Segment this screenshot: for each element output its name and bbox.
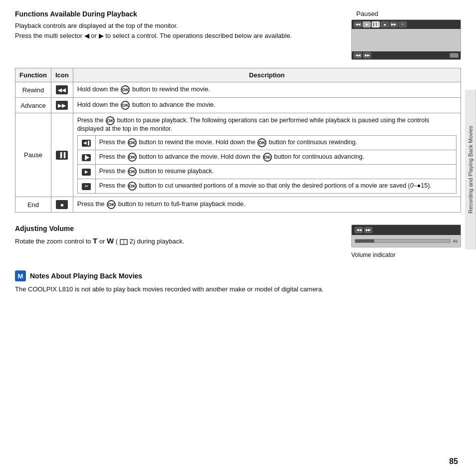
ok-icon-rewind: OK — [121, 85, 130, 94]
section-description: Playback controls are displayed at the t… — [15, 21, 292, 40]
vol-time: 4s — [453, 238, 458, 243]
ok-sub-rewind2: OK — [257, 138, 266, 147]
icon-rewind: ◀◀ — [51, 82, 73, 98]
ctrl-end: ■ — [381, 21, 389, 27]
sub-row-scissors: ✂ Press the OK button to cut unwanted po… — [77, 179, 456, 194]
table-row-advance: Advance ▶▶ Hold down the OK button to ad… — [15, 98, 461, 113]
vol-bar-track — [355, 239, 451, 243]
table-row-rewind: Rewind ◀◀ Hold down the OK button to rew… — [15, 82, 461, 98]
volume-right: ◀◀ ▶▶ 4s Volume indicator — [351, 225, 461, 258]
icon-advance: ▶▶ — [51, 98, 73, 113]
desc-rewind: Hold down the OK button to rewind the mo… — [73, 82, 461, 98]
camera-toolbar: ◀◀ ▶ ▐▐ ■ ▶▶ ✂ — [352, 20, 461, 29]
ok-sub-play: OK — [128, 167, 137, 176]
vol-bar-area: 4s — [352, 235, 461, 247]
vol-toolbar: ◀◀ ▶▶ — [352, 225, 461, 235]
ok-sub-rewind: OK — [128, 138, 137, 147]
volume-section: Adjusting Volume Rotate the zoom control… — [15, 225, 461, 258]
desc-pause: Press the OK button to pause playback. T… — [73, 113, 461, 197]
pause-icon-box: ▐▐ — [56, 151, 68, 160]
col-header-description: Description — [73, 68, 461, 82]
col-header-function: Function — [15, 68, 51, 82]
sub-rewind-icon: ◀▐ — [82, 140, 91, 147]
pause-top-desc: Press the OK button to pause playback. T… — [77, 116, 457, 132]
desc-line1: Playback controls are displayed at the t… — [15, 22, 178, 29]
battery-icon — [450, 53, 459, 58]
ok-sub-advance2: OK — [263, 153, 272, 162]
icon-end: ■ — [51, 197, 73, 213]
func-pause: Pause — [15, 113, 51, 197]
sub-row-play: ▶ Press the OK button to resume playback… — [77, 165, 456, 179]
book-icon — [120, 239, 128, 245]
desc-end: Press the OK button to return to full-fr… — [73, 197, 461, 213]
ctrl-rewind: ◀◀ — [354, 21, 362, 27]
sub-desc-play: Press the OK button to resume playback. — [95, 165, 456, 179]
sub-icon-rewind: ◀▐ — [77, 136, 95, 150]
notes-title: Notes About Playing Back Movies — [30, 272, 142, 280]
intro-text: Functions Available During Playback Play… — [15, 10, 292, 40]
desc-line2: Press the multi selector or to select a … — [15, 32, 292, 39]
notes-header: M Notes About Playing Back Movies — [15, 270, 461, 281]
ok-sub-scissors: OK — [128, 182, 137, 191]
table-row-pause: Pause ▐▐ Press the OK button to pause pl… — [15, 113, 461, 197]
T-label: T — [93, 237, 97, 245]
volume-description: Rotate the zoom control to T or W ( 2) d… — [15, 236, 184, 247]
pause-sub-table: ◀▐ Press the OK button to rewind the mov… — [77, 135, 457, 194]
section-title: Functions Available During Playback — [15, 10, 292, 18]
notes-section: M Notes About Playing Back Movies The CO… — [15, 270, 461, 294]
camera-body — [352, 29, 461, 51]
table-row-end: End ■ Press the OK button to return to f… — [15, 197, 461, 213]
func-advance: Advance — [15, 98, 51, 113]
sub-desc-advance: Press the OK button to advance the movie… — [95, 150, 456, 165]
volume-left: Adjusting Volume Rotate the zoom control… — [15, 225, 184, 247]
W-label: W — [107, 237, 114, 245]
sub-advance-icon: ▐▶ — [82, 154, 91, 161]
ok-icon-pause-top: OK — [106, 116, 115, 125]
ctrl-pause: ▐▐ — [372, 21, 380, 27]
ctrl-play: ▶ — [363, 21, 371, 27]
volume-preview: ◀◀ ▶▶ 4s — [351, 225, 461, 247]
ok-icon-advance: OK — [121, 101, 130, 110]
camera-toolbar2: ◀◀ ▶▶ — [352, 51, 461, 59]
icon-pause: ▐▐ — [51, 113, 73, 197]
desc-advance: Hold down the OK button to advance the m… — [73, 98, 461, 113]
ok-sub-advance: OK — [128, 153, 137, 162]
sub-scissors-icon: ✂ — [82, 183, 91, 190]
volume-indicator-label: Volume indicator — [351, 251, 396, 258]
table-header-row: Function Icon Description — [15, 68, 461, 82]
vol-ctrl2: ▶▶ — [364, 227, 372, 233]
func-rewind: Rewind — [15, 82, 51, 98]
notes-description: The COOLPIX L810 is not able to play bac… — [15, 284, 424, 294]
sub-play-icon: ▶ — [82, 169, 91, 176]
top-section: Functions Available During Playback Play… — [15, 10, 461, 60]
ctrl-advance: ▶▶ — [390, 21, 398, 27]
sub-desc-scissors: Press the OK button to cut unwanted port… — [95, 179, 456, 194]
volume-title: Adjusting Volume — [15, 225, 184, 233]
sub-desc-rewind: Press the OK button to rewind the movie.… — [95, 136, 456, 150]
sub-icon-play: ▶ — [77, 165, 95, 179]
sidebar-text: Recording and Playing Back Movies — [465, 90, 476, 249]
notes-icon: M — [15, 270, 26, 281]
end-icon-box: ■ — [56, 200, 68, 209]
sub-row-rewind: ◀▐ Press the OK button to rewind the mov… — [77, 136, 456, 150]
vol-bar-fill — [355, 239, 374, 242]
vol-ctrl1: ◀◀ — [355, 227, 363, 233]
sub-icon-scissors: ✂ — [77, 179, 95, 194]
advance-icon-box: ▶▶ — [56, 101, 68, 110]
ctrl-advance2: ▶▶ — [363, 52, 371, 58]
ok-icon-end: OK — [107, 200, 116, 209]
tri-right-icon — [99, 32, 104, 39]
rewind-icon-box: ◀◀ — [56, 85, 68, 94]
ctrl-rewind2: ◀◀ — [354, 52, 362, 58]
func-end: End — [15, 197, 51, 213]
tri-left-icon — [84, 32, 89, 39]
page-number: 85 — [449, 457, 458, 466]
sub-icon-advance: ▐▶ — [77, 150, 95, 165]
col-header-icon: Icon — [51, 68, 73, 82]
ctrl-scissors: ✂ — [399, 21, 407, 27]
camera-preview: ◀◀ ▶ ▐▐ ■ ▶▶ ✂ ◀◀ ▶▶ — [351, 19, 461, 60]
sub-row-advance: ▐▶ Press the OK button to advance the mo… — [77, 150, 456, 165]
paused-label: Paused — [356, 10, 378, 17]
paused-preview-area: Paused ◀◀ ▶ ▐▐ ■ ▶▶ ✂ ◀◀ ▶▶ — [351, 10, 461, 60]
functions-table: Function Icon Description Rewind ◀◀ Hold… — [15, 68, 461, 213]
